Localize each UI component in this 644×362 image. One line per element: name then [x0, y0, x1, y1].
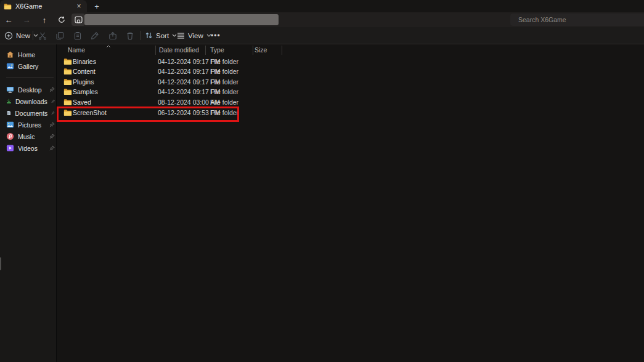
- delete-icon[interactable]: [126, 27, 134, 44]
- file-row[interactable]: Plugins 04-12-2024 09:17 PM File folder: [57, 77, 299, 87]
- view-icon: [177, 32, 185, 39]
- file-name: Samples: [73, 87, 98, 97]
- folder-icon: [63, 88, 72, 95]
- file-name: Plugins: [73, 77, 94, 87]
- file-name: Binaries: [73, 57, 96, 67]
- column-header-size[interactable]: Size: [255, 46, 267, 54]
- sidebar-item-documents[interactable]: Documents: [6, 107, 55, 119]
- pictures-icon: [6, 121, 14, 129]
- desktop-icon: [6, 86, 14, 94]
- command-toolbar: New: [0, 27, 644, 44]
- downloads-icon: [6, 97, 12, 105]
- share-icon[interactable]: [108, 27, 117, 44]
- folder-icon: [63, 58, 72, 65]
- column-separator[interactable]: [282, 46, 282, 55]
- folder-icon: [63, 78, 72, 86]
- view-button[interactable]: View: [177, 27, 211, 44]
- sort-icon: [145, 31, 153, 39]
- file-type: File folder: [210, 87, 238, 97]
- location-icon[interactable]: [71, 14, 85, 26]
- column-separator[interactable]: [205, 46, 206, 55]
- tab-close-icon[interactable]: ×: [75, 2, 83, 10]
- sidebar-item-desktop[interactable]: Desktop: [6, 84, 55, 95]
- documents-icon: [6, 109, 11, 117]
- up-icon[interactable]: ↑: [37, 12, 52, 27]
- column-separator[interactable]: [253, 46, 253, 55]
- sidebar-item-label: Documents: [15, 110, 47, 117]
- column-header-date[interactable]: Date modified: [159, 46, 199, 54]
- chevron-down-icon: [172, 34, 177, 37]
- sidebar-item-pictures[interactable]: Pictures: [6, 119, 55, 131]
- sidebar-item-label: Home: [18, 51, 55, 58]
- pin-icon: [49, 145, 55, 151]
- pin-icon: [49, 134, 55, 139]
- refresh-icon[interactable]: [54, 12, 69, 27]
- search-box[interactable]: Search X6Game: [510, 14, 644, 26]
- navigation-sidebar: Home Gallery Desktop Downloads: [0, 44, 56, 362]
- view-label: View: [188, 32, 203, 39]
- sidebar-item-videos[interactable]: Videos: [6, 142, 55, 154]
- sort-ascending-icon: [106, 45, 111, 48]
- sort-button[interactable]: Sort: [145, 27, 177, 44]
- file-row[interactable]: Samples 04-12-2024 09:17 PM File folder: [57, 87, 299, 97]
- folder-icon: [63, 99, 72, 106]
- tab-x6game[interactable]: X6Game ×: [0, 0, 87, 12]
- file-row[interactable]: Saved 08-12-2024 03:00 AM File folder: [57, 97, 299, 108]
- sidebar-item-label: Music: [18, 133, 46, 140]
- column-header-name[interactable]: Name: [68, 46, 85, 54]
- column-header-type[interactable]: Type: [210, 46, 224, 54]
- music-icon: [6, 132, 14, 140]
- file-name: Saved: [73, 97, 91, 108]
- rename-icon[interactable]: [91, 27, 99, 44]
- folder-icon: [63, 68, 72, 75]
- gallery-icon: [6, 62, 14, 70]
- sidebar-item-label: Desktop: [18, 86, 46, 94]
- file-type: File folder: [210, 97, 238, 108]
- back-icon[interactable]: ←: [1, 12, 16, 27]
- file-explorer-window: X6Game × + ← → ↑ Search X6Game N: [0, 0, 644, 362]
- folder-icon: [4, 3, 12, 10]
- pin-icon: [49, 87, 55, 92]
- cut-icon[interactable]: [38, 27, 47, 44]
- column-header-row: Name Date modified Type Size: [57, 44, 644, 56]
- file-row[interactable]: Binaries 04-12-2024 09:17 PM File folder: [57, 57, 299, 67]
- sidebar-item-downloads[interactable]: Downloads: [6, 95, 55, 107]
- navigation-bar: ← → ↑ Search X6Game: [0, 12, 644, 27]
- address-bar[interactable]: [84, 14, 279, 25]
- more-options-icon[interactable]: •••: [211, 27, 221, 44]
- new-label: New: [16, 32, 30, 39]
- new-tab-button[interactable]: +: [91, 0, 102, 12]
- file-type: File folder: [210, 77, 238, 87]
- copy-icon[interactable]: [55, 27, 64, 44]
- sidebar-item-label: Gallery: [18, 63, 55, 70]
- file-type: File folder: [210, 66, 238, 77]
- toolbar-separator: [140, 31, 141, 40]
- file-list-pane: Name Date modified Type Size Binaries 04…: [57, 44, 644, 362]
- sidebar-item-label: Downloads: [15, 98, 47, 105]
- sidebar-item-music[interactable]: Music: [6, 131, 55, 142]
- chevron-down-icon: [33, 34, 38, 37]
- red-highlight-box: [57, 107, 239, 122]
- toolbar-separator: [33, 31, 33, 40]
- file-type: File folder: [210, 57, 238, 67]
- paste-icon[interactable]: [73, 27, 82, 44]
- new-plus-icon: [4, 31, 13, 40]
- sidebar-divider: [6, 77, 54, 78]
- search-placeholder: Search X6Game: [518, 16, 566, 23]
- pin-icon: [51, 110, 55, 116]
- sort-label: Sort: [156, 32, 169, 39]
- sidebar-item-label: Pictures: [18, 121, 46, 129]
- sidebar-item-gallery[interactable]: Gallery: [6, 60, 55, 72]
- column-separator[interactable]: [155, 46, 156, 55]
- videos-icon: [6, 144, 14, 152]
- file-row[interactable]: Content 04-12-2024 09:17 PM File folder: [57, 66, 299, 77]
- file-name: Content: [73, 66, 96, 77]
- home-icon: [6, 50, 14, 58]
- sidebar-item-label: Videos: [18, 145, 46, 152]
- forward-icon[interactable]: →: [19, 12, 34, 27]
- tab-bar: X6Game × +: [0, 0, 644, 12]
- sidebar-item-home[interactable]: Home: [6, 49, 55, 60]
- pin-icon: [49, 122, 55, 127]
- tab-title: X6Game: [15, 2, 75, 10]
- left-edge-artifact: [0, 257, 1, 270]
